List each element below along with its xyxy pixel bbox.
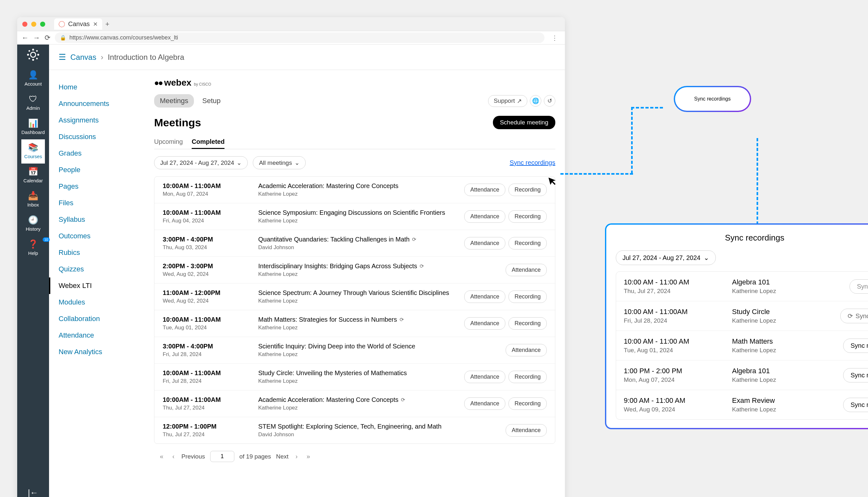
rail-item-calendar[interactable]: 📅Calendar xyxy=(21,164,44,188)
url-field[interactable]: 🔒 https://www.canvas.com/courses/webex_l… xyxy=(55,32,545,43)
globe-icon[interactable]: 🌐 xyxy=(530,95,541,106)
rail-item-account[interactable]: 👤Account xyxy=(21,67,44,91)
support-button[interactable]: Support↗ xyxy=(488,95,527,107)
subtab-upcoming[interactable]: Upcoming xyxy=(154,136,183,149)
date-range-filter[interactable]: Jul 27, 2024 - Aug 27, 2024⌄ xyxy=(154,156,248,169)
recording-button[interactable]: Recording xyxy=(509,397,547,410)
rail-item-courses[interactable]: 📚Courses xyxy=(21,139,44,164)
meeting-actions: Attendance xyxy=(506,264,547,276)
maximize-window-button[interactable] xyxy=(40,22,45,27)
breadcrumb-root[interactable]: Canvas xyxy=(70,53,96,62)
svg-point-5 xyxy=(29,50,30,52)
recording-button[interactable]: Recording xyxy=(509,317,547,330)
sync-row: 10:00 AM - 11:00 AM Thu, Jul 27, 2024 Al… xyxy=(616,272,868,301)
course-nav-files[interactable]: Files xyxy=(49,195,148,211)
new-tab-button[interactable]: + xyxy=(106,20,110,28)
dialog-title: Sync recordings xyxy=(725,233,784,243)
sync-row: 10:00 AM - 11:00 AM Tue, Aug 01, 2024 Ma… xyxy=(616,331,868,360)
dialog-date-range[interactable]: Jul 27, 2024 - Aug 27, 2024⌄ xyxy=(616,251,716,265)
attendance-button[interactable]: Attendance xyxy=(506,264,547,276)
attendance-button[interactable]: Attendance xyxy=(464,371,505,383)
browser-menu-button[interactable]: ⋮ xyxy=(549,34,561,42)
course-nav-quizzes[interactable]: Quizzes xyxy=(49,261,148,278)
sync-status-button[interactable]: Sync now xyxy=(843,368,868,382)
course-nav-rubics[interactable]: Rubics xyxy=(49,244,148,261)
recording-button[interactable]: Recording xyxy=(509,184,547,196)
course-nav-modules[interactable]: Modules xyxy=(49,294,148,311)
course-nav-outcomes[interactable]: Outcomes xyxy=(49,228,148,244)
tab-setup[interactable]: Setup xyxy=(196,94,226,108)
sync-time: 10:00 AM - 11:00 AM Thu, Jul 27, 2024 xyxy=(624,278,732,295)
attendance-button[interactable]: Attendance xyxy=(464,237,505,250)
recording-button[interactable]: Recording xyxy=(509,210,547,223)
meeting-row: 10:00AM - 11:00AM Thu, Jul 27, 2024 Acad… xyxy=(154,390,555,417)
first-page-button[interactable]: « xyxy=(158,453,165,460)
rail-item-inbox[interactable]: 📥Inbox xyxy=(21,188,44,212)
sync-status-button[interactable]: Sync now xyxy=(843,339,868,353)
sync-status-button[interactable]: Sync now xyxy=(843,398,868,412)
attendance-button[interactable]: Attendance xyxy=(464,184,505,196)
attendance-button[interactable]: Attendance xyxy=(464,397,505,410)
course-nav-attendance[interactable]: Attendance xyxy=(49,327,148,344)
schedule-meeting-button[interactable]: Schedule meeting xyxy=(493,116,555,129)
sync-recordings-link[interactable]: Sync recordings xyxy=(510,159,555,167)
svg-point-1 xyxy=(32,49,34,51)
rail-item-dashboard[interactable]: 📊Dashboard xyxy=(21,115,44,139)
addressbar: ← → ⟳ 🔒 https://www.canvas.com/courses/w… xyxy=(17,31,565,44)
hamburger-icon[interactable]: ☰ xyxy=(59,52,66,62)
tab-meetings[interactable]: Meetings xyxy=(154,94,194,108)
course-nav-people[interactable]: People xyxy=(49,162,148,178)
app-body: 👤Account🛡Admin📊Dashboard📚Courses📅Calenda… xyxy=(17,44,565,497)
page-of-label: of 19 pages xyxy=(239,453,271,460)
close-tab-icon[interactable]: ✕ xyxy=(93,21,98,28)
attendance-button[interactable]: Attendance xyxy=(506,344,547,356)
history-icon[interactable]: ↺ xyxy=(544,95,555,106)
recording-button[interactable]: Recording xyxy=(509,237,547,250)
meetings-filter[interactable]: All meetings⌄ xyxy=(253,156,306,169)
back-button[interactable]: ← xyxy=(22,34,29,42)
reload-button[interactable]: ⟳ xyxy=(44,34,50,42)
close-window-button[interactable] xyxy=(22,22,27,27)
titlebar: Canvas ✕ + xyxy=(17,17,565,31)
meeting-detail: Scientific Inquiry: Diving Deep into the… xyxy=(258,343,506,358)
course-nav-grades[interactable]: Grades xyxy=(49,145,148,162)
next-chevron-icon[interactable]: › xyxy=(293,453,300,460)
browser-tab[interactable]: Canvas ✕ xyxy=(54,18,102,30)
course-nav-syllabus[interactable]: Syllabus xyxy=(49,211,148,228)
course-nav-new-analytics[interactable]: New Analytics xyxy=(49,344,148,360)
previous-button[interactable]: Previous xyxy=(181,453,205,460)
chevron-down-icon: ⌄ xyxy=(237,159,242,167)
attendance-button[interactable]: Attendance xyxy=(464,210,505,223)
page-input[interactable] xyxy=(210,451,234,462)
attendance-button[interactable]: Attendance xyxy=(506,424,547,437)
help-icon: ❓10 xyxy=(21,239,44,249)
course-nav-home[interactable]: Home xyxy=(49,79,148,96)
minimize-window-button[interactable] xyxy=(31,22,36,27)
forward-button[interactable]: → xyxy=(33,34,40,42)
svg-point-4 xyxy=(37,54,39,56)
meeting-detail: Science Symposium: Engaging Discussions … xyxy=(258,209,464,224)
spinner-icon: ⟳ xyxy=(848,312,853,320)
callout-sync-link[interactable]: Sync recordings xyxy=(694,96,731,101)
recording-button[interactable]: Recording xyxy=(509,290,547,303)
rail-item-help[interactable]: ❓10Help xyxy=(21,236,44,260)
course-nav-pages[interactable]: Pages xyxy=(49,178,148,195)
rail-item-history[interactable]: 🕘History xyxy=(21,212,44,236)
prev-chevron-icon[interactable]: ‹ xyxy=(170,453,176,460)
course-nav-discussions[interactable]: Discussions xyxy=(49,129,148,145)
recording-button[interactable]: Recording xyxy=(509,371,547,383)
rail-item-admin[interactable]: 🛡Admin xyxy=(21,91,44,115)
course-nav-assignments[interactable]: Assignments xyxy=(49,112,148,129)
subtab-completed[interactable]: Completed xyxy=(192,136,224,149)
meeting-detail: Math Matters: Strategies for Success in … xyxy=(258,316,464,331)
course-nav-webex-lti[interactable]: Webex LTI xyxy=(49,278,148,294)
last-page-button[interactable]: » xyxy=(305,453,312,460)
course-nav-announcements[interactable]: Announcements xyxy=(49,96,148,112)
dialog-header: Sync recordings ✕ xyxy=(616,233,868,243)
course-nav-collaboration[interactable]: Collaboration xyxy=(49,311,148,327)
attendance-button[interactable]: Attendance xyxy=(464,290,505,303)
collapse-rail-button[interactable]: |← xyxy=(23,483,44,497)
attendance-button[interactable]: Attendance xyxy=(464,317,505,330)
callout-connector xyxy=(561,173,633,175)
next-button[interactable]: Next xyxy=(276,453,289,460)
